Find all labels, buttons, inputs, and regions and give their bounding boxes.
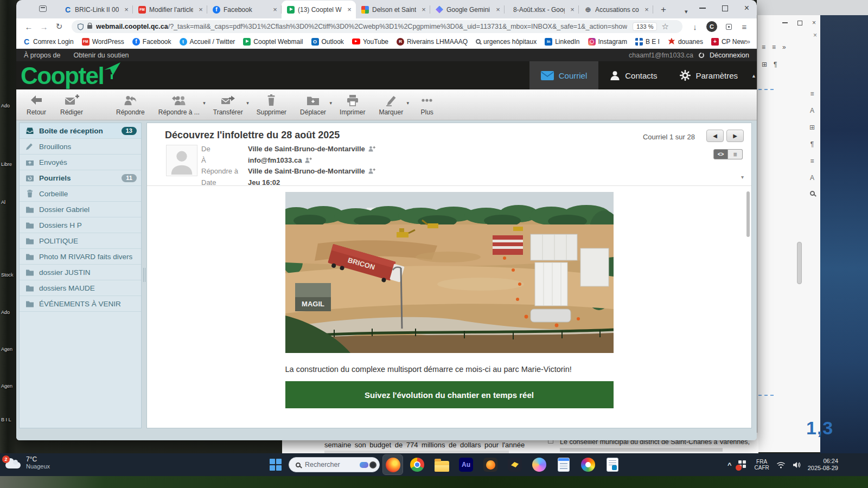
nav-item[interactable]: Contacts: [598, 61, 668, 89]
browser-tab[interactable]: ⊕ Accusations contre L ×: [579, 1, 653, 18]
mail-folder[interactable]: Photo M RIVARD faits divers: [20, 249, 141, 265]
zoom-level-badge[interactable]: 133 %: [633, 22, 657, 31]
plaintext-toggle[interactable]: ≡: [728, 149, 743, 159]
back-icon[interactable]: ←: [22, 22, 36, 31]
add-contact-icon[interactable]: [368, 146, 375, 152]
clock[interactable]: 06:24 2025-08-29: [808, 458, 838, 472]
mail-folder[interactable]: Boîte de réception 13: [20, 123, 141, 139]
toolbar-button[interactable]: Retour ▾: [24, 92, 49, 117]
mail-folder[interactable]: Corbeille: [20, 186, 141, 202]
close-icon[interactable]: ×: [813, 31, 817, 39]
mail-folder[interactable]: ÉVÉNEMENTS À VENIR: [20, 296, 141, 312]
background-window-controls[interactable]: ×: [782, 20, 816, 26]
reload-icon[interactable]: ↻: [52, 22, 66, 31]
bookmark[interactable]: Instagram: [588, 38, 627, 46]
tab-close-icon[interactable]: ×: [419, 5, 428, 14]
toolbar-button[interactable]: Répondre ▾: [114, 92, 147, 117]
taskbar-app[interactable]: [529, 455, 549, 474]
bookmark[interactable]: urgences hôpitaux: [476, 38, 537, 46]
close-icon[interactable]: ×: [744, 5, 749, 11]
toolbar-button[interactable]: Répondre à ... ▾: [156, 92, 202, 117]
bookmarks-overflow-icon[interactable]: »: [746, 37, 750, 46]
previous-message-button[interactable]: ◀: [706, 130, 724, 142]
cta-button[interactable]: Suivez l'évolution du chantier en temps …: [285, 381, 614, 408]
mail-folder[interactable]: Dossier Gabriel: [20, 202, 141, 217]
share-icon[interactable]: [726, 24, 732, 30]
mail-folder[interactable]: Envoyés: [20, 155, 141, 170]
tab-list-chevron[interactable]: ▾: [685, 8, 688, 15]
tab-close-icon[interactable]: ×: [345, 5, 354, 14]
mail-folder[interactable]: dossiers MAUDE: [20, 280, 141, 296]
weather-widget[interactable]: 2 7°C Nuageux: [5, 456, 50, 470]
taskbar-app[interactable]: [554, 455, 573, 474]
taskbar-app[interactable]: [407, 455, 427, 474]
toolbar-button[interactable]: Déplacer ▾: [298, 92, 328, 117]
mail-folder[interactable]: dossier JUSTIN: [20, 265, 141, 280]
toolbar-button[interactable]: Transférer ▾: [211, 92, 245, 117]
bookmark[interactable]: f Facebook: [132, 38, 171, 46]
browser-tab[interactable]: (13) Cooptel Webma ×: [282, 1, 356, 18]
notification-app-icon[interactable]: [738, 460, 747, 469]
bookmark[interactable]: B E I: [635, 38, 660, 46]
tab-close-icon[interactable]: ×: [271, 5, 279, 14]
tab-close-icon[interactable]: ×: [642, 5, 651, 14]
start-button[interactable]: [270, 459, 282, 471]
language-indicator[interactable]: FRA CAFR: [754, 459, 769, 471]
bookmark[interactable]: + CP NewsPro: [711, 38, 746, 46]
bookmark[interactable]: FM WordPress: [82, 38, 124, 46]
address-bar[interactable]: webmail.cooptel.qc.ca/?_task=mail&_caps=…: [72, 20, 682, 33]
topbar-link[interactable]: Obtenir du soutien: [73, 52, 129, 59]
taskbar-app[interactable]: [578, 455, 598, 474]
downloads-icon[interactable]: ↓: [688, 22, 702, 31]
taskbar-app[interactable]: [481, 455, 500, 474]
speaker-icon[interactable]: [793, 461, 801, 468]
browser-tab[interactable]: Google Gemini ×: [430, 1, 505, 18]
html-toggle[interactable]: <>: [713, 149, 728, 159]
mail-folder[interactable]: Pourriels 11: [20, 170, 141, 186]
toolbar-button[interactable]: Marquer ▾: [376, 92, 405, 117]
taskbar-search[interactable]: Rechercher: [289, 457, 380, 472]
toolbar-button[interactable]: Plus ▾: [414, 92, 439, 117]
logout-link[interactable]: Déconnexion: [710, 52, 749, 59]
browser-tab[interactable]: C BRIC-Link II 00:01:c0: ×: [59, 1, 133, 18]
bookmark[interactable]: in LinkedIn: [545, 38, 579, 46]
bookmark[interactable]: O Outlook: [311, 38, 344, 46]
minimize-icon[interactable]: [699, 8, 706, 9]
profile-avatar[interactable]: C: [706, 21, 717, 32]
mail-folder[interactable]: POLITIQUE: [20, 233, 141, 249]
tab-close-icon[interactable]: ×: [494, 5, 502, 14]
next-message-button[interactable]: ▶: [726, 130, 744, 142]
message-scrollbar[interactable]: [746, 191, 750, 237]
browser-tab[interactable]: Delson et Sainte-Cat ×: [356, 1, 430, 18]
bookmark[interactable]: douanes: [668, 38, 703, 46]
bookmark[interactable]: Cooptel Webmail: [243, 38, 303, 46]
splitter-handle[interactable]: [143, 268, 145, 282]
header-expand-chevron[interactable]: ▾: [741, 174, 744, 180]
caret-down-icon[interactable]: ▾: [203, 100, 206, 106]
bookmark[interactable]: R Riverains LHMAAAQ: [397, 38, 468, 46]
forward-icon[interactable]: →: [37, 22, 51, 31]
browser-tab[interactable]: FM Modifier l'article « Le ×: [133, 1, 207, 18]
taskbar-app[interactable]: [432, 455, 451, 474]
bookmark[interactable]: YouTube: [352, 38, 388, 46]
new-tab-button[interactable]: +: [656, 3, 671, 17]
topbar-link[interactable]: À propos de: [24, 52, 60, 59]
maximize-icon[interactable]: [797, 21, 802, 25]
add-contact-icon[interactable]: [305, 157, 312, 164]
browser-tab[interactable]: f Facebook ×: [207, 1, 282, 18]
tray-chevron-icon[interactable]: ^: [727, 461, 732, 469]
add-contact-icon[interactable]: [368, 168, 375, 175]
tab-close-icon[interactable]: ×: [568, 5, 577, 14]
minimize-icon[interactable]: [782, 22, 788, 23]
tab-close-icon[interactable]: ×: [122, 5, 131, 14]
restore-icon[interactable]: [722, 5, 728, 11]
mail-folder[interactable]: Brouillons: [20, 139, 141, 155]
mail-folder[interactable]: Dossiers H P: [20, 217, 141, 233]
toolbar-button[interactable]: Rédiger ▾: [58, 92, 85, 117]
taskbar-app[interactable]: [603, 455, 622, 474]
caret-down-icon[interactable]: ▾: [330, 100, 333, 106]
menu-icon[interactable]: ≡: [737, 22, 751, 31]
shield-icon[interactable]: [77, 23, 84, 31]
tab-search-icon[interactable]: [39, 5, 47, 12]
bookmark[interactable]: C Comrex Login: [23, 38, 74, 46]
